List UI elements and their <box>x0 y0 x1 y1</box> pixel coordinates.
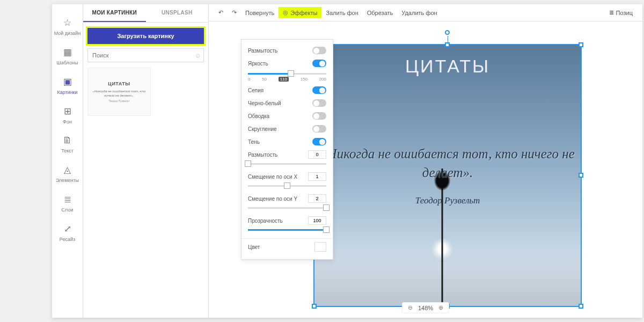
rotation-handle[interactable] <box>445 30 450 35</box>
brightness-slider[interactable]: 050110150200 <box>241 70 333 84</box>
input-offy[interactable] <box>308 194 326 203</box>
image-thumbnail[interactable]: ЦИТАТЫ «Никогда не ошибается тот, кто ни… <box>87 68 151 116</box>
label-color: Цвет <box>248 244 260 250</box>
tab-unsplash[interactable]: UNSPLASH <box>146 4 209 22</box>
background-icon: ⊞ <box>64 106 71 117</box>
label-shadow: Тень <box>248 139 260 145</box>
thumb-quote: «Никогда не ошибается тот, кто ничего не… <box>88 90 150 98</box>
removebg-button[interactable]: Удалить фон <box>397 8 441 18</box>
handle-tr[interactable] <box>579 42 583 47</box>
undo-button[interactable]: ↶ <box>214 7 228 18</box>
left-sidebar: ☆Мой дизайн ▦Шаблоны ▣Картинки ⊞Фон 🗎Тек… <box>52 4 83 318</box>
layers-icon: ≣ <box>609 9 614 16</box>
toggle-stroke[interactable] <box>312 112 326 120</box>
color-swatch[interactable] <box>314 242 326 252</box>
canvas-quote: «Никогда не ошибается тот, кто ничего не… <box>314 144 581 182</box>
slider-knob[interactable] <box>288 70 294 77</box>
offy-slider[interactable] <box>241 207 333 214</box>
redo-button[interactable]: ↷ <box>228 7 241 18</box>
sidebar-item-text[interactable]: 🗎Текст <box>52 130 83 159</box>
sidebar-item-resize[interactable]: ⤢Ресайз <box>52 218 83 247</box>
handle-br[interactable] <box>579 304 583 309</box>
star-icon: ☆ <box>63 17 71 28</box>
images-icon: ▣ <box>63 76 72 87</box>
label-opacity: Прозрачность <box>248 218 283 224</box>
input-opacity[interactable] <box>308 216 326 225</box>
zoom-in-icon[interactable]: ⊕ <box>438 304 443 311</box>
label-sepia: Сепия <box>248 87 264 93</box>
elements-icon: ◬ <box>64 164 71 175</box>
handle-tm[interactable] <box>445 42 450 47</box>
thumb-author: Теодор Рузвельт <box>109 99 130 103</box>
toggle-blur[interactable] <box>312 47 326 54</box>
handle-bl[interactable] <box>312 304 317 309</box>
sidebar-item-images[interactable]: ▣Картинки <box>52 71 83 100</box>
shadow-blur-slider[interactable] <box>241 163 333 170</box>
tab-myimages[interactable]: МОИ КАРТИНКИ <box>83 4 146 22</box>
search-icon: ⌕ <box>196 51 200 59</box>
resize-icon: ⤢ <box>64 223 71 235</box>
top-toolbar: ↶ ↷ Повернуть ◎Эффекты Залить фон Обреза… <box>209 4 642 21</box>
toggle-brightness[interactable] <box>312 60 326 67</box>
canvas[interactable]: ЦИТАТЫ «Никогда не ошибается тот, кто ни… <box>209 21 642 318</box>
sidebar-item-mydesign[interactable]: ☆Мой дизайн <box>52 12 83 41</box>
sidebar-item-elements[interactable]: ◬Элементы <box>52 159 83 188</box>
toggle-round[interactable] <box>312 125 326 133</box>
undo-icon: ↶ <box>218 9 223 16</box>
images-panel: МОИ КАРТИНКИ UNSPLASH Загрузить картинку… <box>83 4 209 318</box>
fill-button[interactable]: Залить фон <box>321 8 362 18</box>
opacity-slider[interactable] <box>241 229 333 236</box>
toggle-sepia[interactable] <box>312 86 326 94</box>
text-icon: 🗎 <box>63 135 72 146</box>
upload-button[interactable]: Загрузить картинку <box>87 28 204 44</box>
wheat-decor <box>442 169 443 308</box>
label-brightness: Яркость <box>248 61 268 67</box>
label-bw: Черно-белый <box>248 100 281 106</box>
templates-icon: ▦ <box>63 47 72 58</box>
effects-panel: Размытость Яркость 050110150200 Сепия Че… <box>241 39 333 260</box>
label-offx: Смещение по оси X <box>248 174 297 180</box>
position-button[interactable]: ≣Позиц <box>605 7 637 18</box>
input-offx[interactable] <box>308 172 326 181</box>
label-shadow-blur: Размытость <box>248 152 277 158</box>
handle-mr[interactable] <box>579 173 583 178</box>
redo-icon: ↷ <box>232 9 237 16</box>
canvas-title: ЦИТАТЫ <box>314 56 581 77</box>
zoom-control: ⊖ 148% ⊕ <box>402 302 449 313</box>
sidebar-item-background[interactable]: ⊞Фон <box>52 100 83 130</box>
toggle-shadow[interactable] <box>312 138 326 145</box>
sidebar-item-layers[interactable]: ≣Слои <box>52 188 83 218</box>
sidebar-item-templates[interactable]: ▦Шаблоны <box>52 41 83 71</box>
zoom-out-icon[interactable]: ⊖ <box>408 304 413 311</box>
selected-image[interactable]: ЦИТАТЫ «Никогда не ошибается тот, кто ни… <box>313 44 582 307</box>
search-input[interactable] <box>87 48 204 62</box>
offx-slider[interactable] <box>241 185 333 192</box>
label-stroke: Обводка <box>248 113 269 119</box>
effects-icon: ◎ <box>283 9 288 16</box>
label-round: Скругление <box>248 126 277 132</box>
zoom-level: 148% <box>418 305 433 311</box>
label-offy: Смещение по оси Y <box>248 196 297 202</box>
toggle-bw[interactable] <box>312 99 326 107</box>
crop-button[interactable]: Обрезать <box>363 8 398 18</box>
thumb-title: ЦИТАТЫ <box>108 81 130 86</box>
label-blur: Размытость <box>248 48 277 54</box>
effects-button[interactable]: ◎Эффекты <box>279 7 321 18</box>
input-shadow-blur[interactable] <box>308 150 326 159</box>
canvas-author: Теодор Рузвельт <box>314 195 581 206</box>
layers-icon: ≣ <box>64 194 71 205</box>
rotate-button[interactable]: Повернуть <box>241 8 279 18</box>
